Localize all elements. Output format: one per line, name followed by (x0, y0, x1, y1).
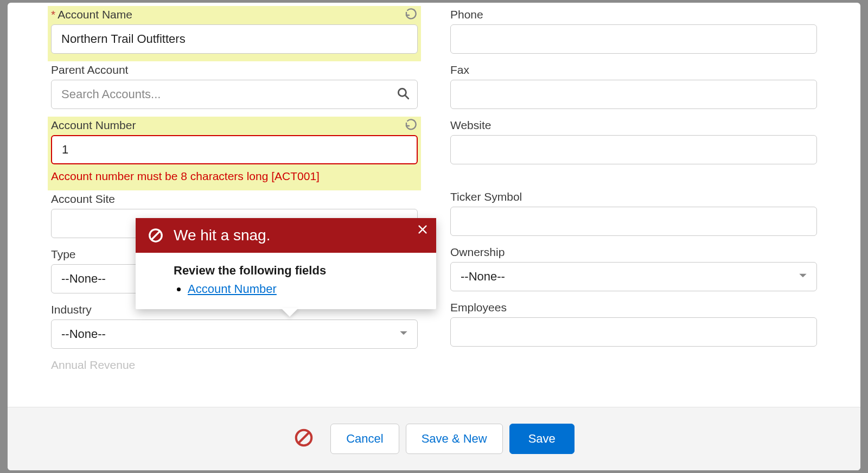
field-website: Website (450, 117, 817, 172)
label-industry: Industry (51, 303, 92, 316)
undo-icon[interactable] (405, 119, 418, 132)
parent-account-input[interactable] (51, 80, 418, 109)
label-type: Type (51, 248, 76, 261)
error-popover-title: We hit a snag. (174, 227, 270, 244)
field-industry: Industry --None-- (51, 301, 418, 356)
svg-line-7 (299, 433, 309, 443)
svg-line-3 (152, 232, 160, 240)
ticker-symbol-input[interactable] (450, 207, 817, 236)
error-popover-subhead: Review the following fields (174, 264, 398, 278)
save-button[interactable]: Save (509, 424, 575, 454)
label-account-number: Account Number (51, 119, 136, 132)
prohibit-icon (148, 227, 164, 244)
error-field-link[interactable]: Account Number (188, 282, 277, 296)
field-account-number: Account Number Account number must be 8 … (48, 117, 421, 190)
label-annual-revenue: Annual Revenue (51, 359, 135, 372)
popover-nubbin-icon (281, 308, 298, 317)
label-account-site: Account Site (51, 193, 115, 206)
label-account-name: *Account Name (51, 8, 132, 21)
field-employees: Employees (450, 299, 817, 354)
account-number-error: Account number must be 8 characters long… (51, 170, 418, 183)
error-field-link-item: Account Number (188, 282, 398, 296)
svg-line-1 (405, 95, 409, 99)
undo-icon[interactable] (405, 8, 418, 21)
phone-input[interactable] (450, 24, 817, 54)
field-fax: Fax (450, 61, 817, 117)
close-icon[interactable] (417, 223, 429, 238)
website-input[interactable] (450, 135, 817, 164)
ownership-select[interactable]: --None-- (450, 262, 817, 291)
label-ownership: Ownership (450, 246, 505, 259)
left-column: *Account Name Parent Account (51, 6, 418, 407)
cancel-button[interactable]: Cancel (330, 424, 399, 454)
field-ownership: Ownership --None-- (450, 244, 817, 299)
field-ticker-symbol: Ticker Symbol (450, 188, 817, 244)
field-parent-account: Parent Account (51, 61, 418, 117)
required-star-icon: * (51, 8, 55, 21)
account-name-input[interactable] (51, 24, 418, 54)
label-website: Website (450, 119, 491, 132)
save-and-new-button[interactable]: Save & New (406, 424, 503, 454)
field-annual-revenue: Annual Revenue (51, 356, 418, 382)
form-body: *Account Name Parent Account (8, 3, 860, 407)
label-employees: Employees (450, 301, 507, 314)
edit-record-modal: *Account Name Parent Account (8, 3, 860, 470)
industry-select[interactable]: --None-- (51, 319, 418, 349)
error-popover: We hit a snag. Review the following fiel… (136, 218, 436, 309)
error-popover-header: We hit a snag. (136, 218, 436, 253)
field-account-name: *Account Name (48, 6, 421, 61)
label-fax: Fax (450, 63, 469, 76)
label-ticker-symbol: Ticker Symbol (450, 190, 522, 203)
error-popover-body: Review the following fields Account Numb… (136, 253, 436, 309)
label-phone: Phone (450, 8, 483, 21)
modal-footer: Cancel Save & New Save (8, 407, 860, 470)
field-phone: Phone (450, 6, 817, 61)
search-icon[interactable] (396, 86, 410, 103)
employees-input[interactable] (450, 317, 817, 347)
label-parent-account: Parent Account (51, 63, 128, 76)
prohibit-icon (293, 427, 314, 450)
fax-input[interactable] (450, 80, 817, 109)
account-number-input[interactable] (51, 135, 418, 164)
right-column: Phone Fax Website Ticker Symbol Ownershi… (450, 6, 817, 407)
